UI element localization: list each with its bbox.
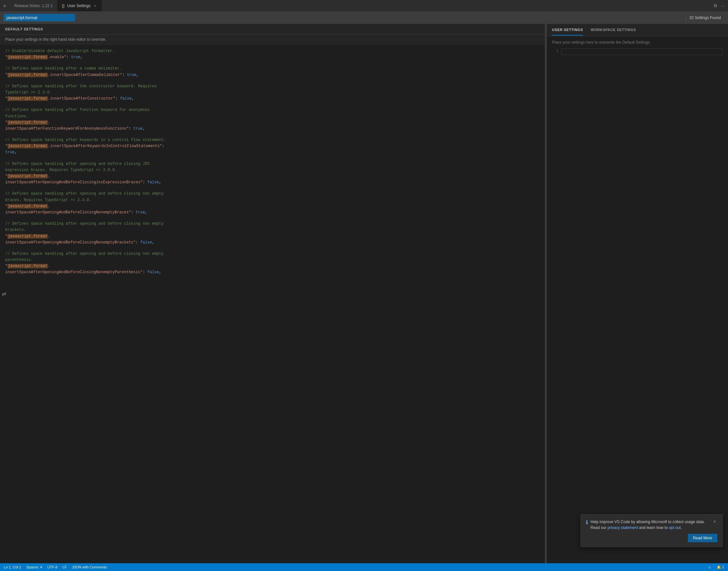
comment-3a: // Defines space handling after the cons… — [5, 84, 157, 89]
key-8b: insertSpaceAfterOpeningAndBeforeClosingN… — [5, 240, 135, 245]
line-number-1: 1 — [552, 48, 558, 55]
comment-4b: functions. — [5, 114, 28, 119]
setting-insert-space-nonempty-braces: // Defines space handling after opening … — [5, 191, 540, 216]
key-5: "javascript.format.insertSpaceAfterKeywo… — [5, 144, 162, 148]
bell-count: 1 — [722, 565, 724, 569]
setting-enable: // Enable/disable default JavaScript for… — [5, 48, 540, 61]
tab-close-icon[interactable]: × — [93, 4, 97, 8]
comment-9a: // Defines space handling after opening … — [5, 251, 164, 256]
statusbar-encoding[interactable]: UTF-8 — [47, 565, 57, 569]
statusbar-language[interactable]: JSON with Comments — [72, 565, 107, 569]
notification-text-middle: and learn how to — [639, 526, 668, 530]
editor-area: 1 — [552, 48, 723, 55]
statusbar-spaces[interactable]: Spaces: 4 — [26, 565, 42, 569]
key-2: "javascript.format.insertSpaceAfterComma… — [5, 73, 122, 77]
comment-9b: parenthesis. — [5, 258, 33, 262]
search-bar: 32 Settings Found — [0, 11, 728, 24]
curly-braces-icon: {} — [62, 3, 65, 8]
default-settings-code[interactable]: // Enable/disable default JavaScript for… — [0, 45, 545, 563]
hamburger-icon[interactable]: ≡ — [3, 3, 6, 8]
comment-6b: expression braces. Requires TypeScript >… — [5, 168, 117, 172]
comment-1: // Enable/disable default JavaScript for… — [5, 49, 114, 53]
search-results-count: 32 Settings Found — [686, 14, 724, 21]
user-settings-placeholder: Place your settings here to overwrite th… — [552, 40, 723, 44]
info-icon: ℹ — [586, 519, 588, 526]
tab-user-settings[interactable]: {} User Settings × — [57, 0, 102, 11]
setting-insert-space-jsx: // Defines space handling after opening … — [5, 161, 540, 186]
default-settings-subtext: Place your settings in the right hand si… — [0, 34, 545, 45]
left-edge-icons: ⇄ — [0, 289, 8, 299]
titlebar: ≡ Release Notes: 1.22.1 {} User Settings… — [0, 0, 728, 11]
statusbar-bell-icon[interactable]: 🔔 1 — [717, 565, 724, 569]
key-1: "javascript.format.enable" — [5, 55, 66, 60]
read-more-button[interactable]: Read More — [688, 534, 717, 542]
statusbar-eol[interactable]: LF — [63, 565, 67, 569]
comment-8a: // Defines space handling after opening … — [5, 222, 164, 226]
default-settings-header: DEFAULT SETTINGS — [0, 24, 545, 34]
pin-icon[interactable]: ⇄ — [1, 290, 7, 298]
statusbar-right-actions: ☺ 🔔 1 — [708, 565, 724, 569]
key-9b: insertSpaceAfterOpeningAndBeforeClosingN… — [5, 270, 143, 274]
titlebar-actions: ⧉ ··· — [714, 3, 725, 8]
comment-3b: TypeScript >= 2.3.0. — [5, 90, 52, 95]
val-5: true — [5, 150, 15, 154]
main-content: ⇄ DEFAULT SETTINGS Place your settings i… — [0, 24, 728, 563]
privacy-statement-link[interactable]: privacy statement — [608, 526, 638, 530]
split-editor-button[interactable]: ⧉ — [714, 3, 717, 8]
default-settings-panel: ⇄ DEFAULT SETTINGS Place your settings i… — [0, 24, 545, 563]
key-3: "javascript.format.insertSpaceAfterConst… — [5, 96, 115, 101]
key-4b: insertSpaceAfterFunctionKeywordForAnonym… — [5, 126, 129, 131]
key-8a: "javascript.format. — [5, 234, 50, 239]
comment-7a: // Defines space handling after opening … — [5, 192, 164, 196]
opt-out-link[interactable]: opt out — [669, 526, 681, 530]
comment-6a: // Defines space handling after opening … — [5, 162, 150, 166]
notification-text: Help improve VS Code by allowing Microso… — [590, 519, 710, 531]
search-input[interactable] — [4, 14, 75, 21]
comment-5: // Defines space handling after keywords… — [5, 138, 166, 142]
comment-2: // Defines space handling after a comma … — [5, 66, 122, 71]
editor-line-1[interactable] — [561, 48, 723, 55]
comment-8b: brackets. — [5, 228, 26, 232]
notification-actions: Read More — [586, 534, 717, 542]
right-tab-bar: USER SETTINGS WORKSPACE SETTINGS — [547, 24, 728, 36]
comment-7b: braces. Requires TypeScript >= 2.3.0. — [5, 198, 91, 202]
key-7b: insertSpaceAfterOpeningAndBeforeClosingN… — [5, 210, 131, 215]
tab-user-settings-right[interactable]: USER SETTINGS — [552, 25, 583, 35]
setting-insert-space-after-comma: // Defines space handling after a comma … — [5, 66, 540, 78]
user-settings-panel: USER SETTINGS WORKSPACE SETTINGS Place y… — [547, 24, 728, 563]
setting-insert-space-after-keywords-control-flow: // Defines space handling after keywords… — [5, 137, 540, 156]
tab-release-notes-label: Release Notes: 1.22.1 — [14, 4, 53, 8]
bell-icon: 🔔 — [717, 565, 721, 569]
setting-insert-space-after-constructor: // Defines space handling after the cons… — [5, 84, 540, 102]
tab-workspace-settings[interactable]: WORKSPACE SETTINGS — [591, 25, 636, 35]
more-actions-button[interactable]: ··· — [721, 3, 725, 8]
notification-text-after: . — [681, 526, 682, 530]
tab-release-notes[interactable]: Release Notes: 1.22.1 — [10, 0, 57, 11]
setting-insert-space-after-function-keyword: // Defines space handling after function… — [5, 107, 540, 132]
setting-insert-space-nonempty-parenthesis: // Defines space handling after opening … — [5, 251, 540, 276]
statusbar: Ln 1, Col 1 Spaces: 4 UTF-8 LF JSON with… — [0, 563, 728, 571]
comment-4a: // Defines space handling after function… — [5, 108, 150, 112]
key-6b: insertSpaceAfterOpeningAndBeforeClosingJ… — [5, 180, 143, 185]
notification-header: ℹ Help improve VS Code by allowing Micro… — [586, 519, 717, 531]
notification-close-button[interactable]: × — [712, 519, 717, 524]
statusbar-ln-col[interactable]: Ln 1, Col 1 — [4, 565, 21, 569]
statusbar-smiley-icon[interactable]: ☺ — [708, 565, 712, 569]
tab-user-settings-label: User Settings — [67, 4, 91, 8]
key-6a: "javascript.format. — [5, 174, 50, 179]
tab-list: Release Notes: 1.22.1 {} User Settings × — [10, 0, 102, 11]
setting-insert-space-nonempty-brackets: // Defines space handling after opening … — [5, 221, 540, 246]
key-7a: "javascript.format. — [5, 204, 50, 209]
key-9a: "javascript.format. — [5, 264, 50, 268]
user-settings-content: Place your settings here to overwrite th… — [547, 36, 728, 563]
notification-popup: ℹ Help improve VS Code by allowing Micro… — [580, 514, 723, 547]
key-4a: "javascript.format. — [5, 120, 50, 125]
